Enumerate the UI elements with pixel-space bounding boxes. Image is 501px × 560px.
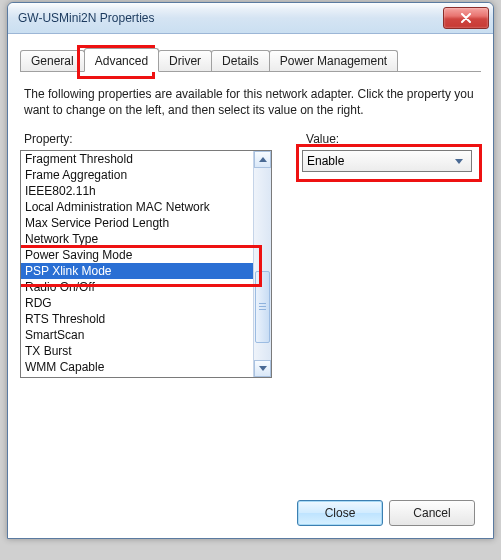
scroll-down-button[interactable] [254, 360, 271, 377]
list-item[interactable]: Frame Aggregation [21, 167, 255, 183]
value-selected-text: Enable [307, 154, 451, 168]
list-item[interactable]: Power Saving Mode [21, 247, 255, 263]
dialog-button-bar: Close Cancel [297, 500, 475, 526]
list-item[interactable]: PSP Xlink Mode [21, 263, 255, 279]
tab-power-management[interactable]: Power Management [269, 50, 398, 71]
list-item[interactable]: TX Burst [21, 343, 255, 359]
list-item[interactable]: Fragment Threshold [21, 151, 255, 167]
tab-details[interactable]: Details [211, 50, 270, 71]
value-combobox[interactable]: Enable [302, 150, 472, 172]
tab-strip: General Advanced Driver Details Power Ma… [20, 48, 481, 72]
list-item[interactable]: WMM Capable [21, 359, 255, 375]
properties-dialog: GW-USMini2N Properties General Advanced … [7, 2, 494, 539]
list-item[interactable]: SmartScan [21, 327, 255, 343]
value-label: Value: [306, 132, 472, 146]
tab-driver[interactable]: Driver [158, 50, 212, 71]
chevron-down-icon [455, 159, 463, 164]
list-item[interactable]: Network Type [21, 231, 255, 247]
list-item[interactable]: Local Administration MAC Network [21, 199, 255, 215]
cancel-button[interactable]: Cancel [389, 500, 475, 526]
list-item[interactable]: RTS Threshold [21, 311, 255, 327]
description-text: The following properties are available f… [24, 86, 477, 118]
listbox-scrollbar[interactable] [253, 151, 271, 377]
dialog-content: General Advanced Driver Details Power Ma… [8, 34, 493, 538]
close-window-button[interactable] [443, 7, 489, 29]
property-label: Property: [24, 132, 278, 146]
close-button[interactable]: Close [297, 500, 383, 526]
tab-advanced[interactable]: Advanced [84, 48, 159, 72]
titlebar[interactable]: GW-USMini2N Properties [8, 3, 493, 34]
list-item[interactable]: Max Service Period Length [21, 215, 255, 231]
close-icon [460, 13, 472, 23]
tab-general[interactable]: General [20, 50, 85, 71]
list-item[interactable]: IEEE802.11h [21, 183, 255, 199]
chevron-down-icon [259, 366, 267, 371]
scroll-up-button[interactable] [254, 151, 271, 168]
property-listbox[interactable]: Fragment ThresholdFrame AggregationIEEE8… [20, 150, 272, 378]
combo-dropdown-button[interactable] [451, 159, 467, 164]
window-title: GW-USMini2N Properties [18, 11, 443, 25]
list-item[interactable]: Radio On/Off [21, 279, 255, 295]
list-item[interactable]: RDG [21, 295, 255, 311]
chevron-up-icon [259, 157, 267, 162]
scroll-thumb[interactable] [255, 271, 270, 343]
